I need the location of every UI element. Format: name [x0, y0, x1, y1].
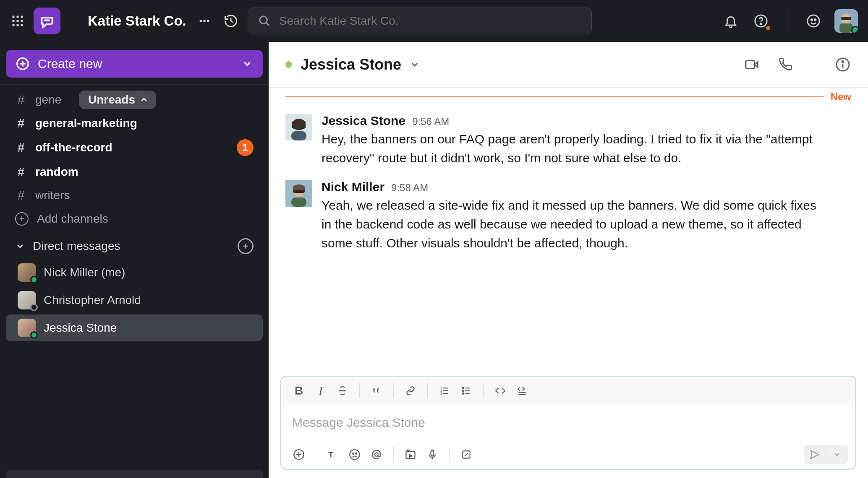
- add-dm-button[interactable]: [238, 238, 254, 254]
- search-box[interactable]: [248, 8, 592, 34]
- message-author[interactable]: Jessica Stone: [322, 114, 405, 128]
- svg-point-62: [353, 453, 354, 454]
- svg-rect-29: [746, 61, 755, 69]
- divider: [359, 383, 360, 398]
- phone-call-icon[interactable]: [777, 56, 794, 73]
- dm-row[interactable]: Nick Miller (me): [6, 259, 263, 286]
- svg-rect-8: [21, 24, 23, 26]
- message-author[interactable]: Nick Miller: [322, 180, 384, 194]
- dm-name: Christopher Arnold: [44, 294, 141, 307]
- svg-text:T: T: [333, 452, 337, 459]
- svg-point-63: [356, 453, 357, 454]
- compose-input[interactable]: [292, 416, 844, 430]
- svg-text:3: 3: [440, 392, 442, 395]
- add-channels-button[interactable]: + Add channels: [0, 207, 269, 231]
- svg-point-19: [815, 19, 816, 20]
- blockquote-button[interactable]: [366, 381, 387, 401]
- svg-marker-66: [410, 455, 412, 457]
- create-new-button[interactable]: Create new: [6, 50, 263, 78]
- format-toggle-button[interactable]: TT: [323, 444, 343, 465]
- chevron-down-icon: [242, 58, 253, 69]
- chat-header: Jessica Stone: [269, 42, 868, 88]
- mention-button[interactable]: [366, 444, 387, 465]
- channel-row[interactable]: # off-the-record 1: [0, 135, 269, 160]
- svg-text:T: T: [329, 450, 334, 459]
- avatar[interactable]: [285, 114, 312, 140]
- divider: [316, 447, 316, 462]
- emoji-button[interactable]: [345, 444, 365, 465]
- svg-rect-2: [21, 16, 23, 18]
- message: Nick Miller 9:58 AM Yeah, we released a …: [285, 176, 851, 261]
- code-button[interactable]: [490, 381, 510, 401]
- channel-name: general-marketing: [35, 117, 137, 130]
- divider: [0, 84, 269, 85]
- chevron-down-icon: [15, 241, 25, 251]
- video-clip-button[interactable]: [400, 444, 421, 465]
- search-input[interactable]: [279, 14, 581, 28]
- ordered-list-button[interactable]: 123: [434, 381, 455, 401]
- svg-point-12: [207, 20, 209, 22]
- divider: [449, 447, 450, 462]
- divider: [74, 9, 74, 33]
- svg-point-61: [350, 449, 359, 459]
- emoji-smile-icon[interactable]: [804, 12, 823, 30]
- channel-row[interactable]: # general-marketing: [0, 112, 269, 135]
- message-time: 9:56 AM: [412, 116, 449, 127]
- bold-button[interactable]: B: [289, 381, 309, 401]
- send-options-button[interactable]: [826, 445, 848, 464]
- send-button[interactable]: [804, 445, 826, 464]
- svg-point-10: [199, 20, 202, 22]
- code-block-button[interactable]: [512, 381, 532, 401]
- new-messages-divider: New: [269, 88, 868, 103]
- chat-title[interactable]: Jessica Stone: [301, 56, 401, 73]
- svg-line-14: [266, 23, 269, 26]
- create-new-label: Create new: [38, 57, 102, 71]
- history-icon[interactable]: [222, 13, 239, 29]
- avatar[interactable]: [285, 180, 312, 207]
- plus-circle-icon: +: [15, 212, 29, 226]
- more-menu-icon[interactable]: [195, 15, 214, 27]
- bullet-list-button[interactable]: [456, 381, 476, 401]
- video-call-icon[interactable]: [743, 56, 760, 73]
- apps-grid-icon[interactable]: [10, 13, 25, 29]
- new-label: New: [831, 91, 851, 103]
- hash-icon: #: [15, 165, 27, 179]
- attach-button[interactable]: [289, 444, 309, 465]
- svg-rect-23: [839, 23, 853, 33]
- dm-row[interactable]: Jessica Stone: [6, 314, 263, 341]
- shortcuts-button[interactable]: [456, 444, 476, 465]
- chat-title-menu[interactable]: [410, 60, 420, 70]
- svg-rect-5: [21, 20, 23, 22]
- info-icon[interactable]: [834, 56, 851, 73]
- message-text: Yeah, we released a site-wide fix and it…: [322, 196, 817, 252]
- svg-line-70: [465, 453, 468, 457]
- workspace-logo[interactable]: [34, 8, 60, 34]
- unreads-pill[interactable]: Unreads: [79, 91, 156, 109]
- message-list: Jessica Stone 9:56 AM Hey, the banners o…: [269, 103, 868, 376]
- svg-point-13: [260, 16, 267, 24]
- message: Jessica Stone 9:56 AM Hey, the banners o…: [285, 109, 851, 176]
- help-icon[interactable]: [752, 12, 770, 30]
- sidebar-overflow-hint: [6, 470, 263, 478]
- user-avatar[interactable]: [834, 9, 858, 33]
- workspace-name[interactable]: Katie Stark Co.: [88, 13, 186, 29]
- avatar: [18, 319, 36, 337]
- dm-section-header[interactable]: Direct messages: [0, 231, 269, 258]
- add-channels-label: Add channels: [37, 212, 108, 226]
- italic-button[interactable]: I: [311, 381, 331, 401]
- channel-row[interactable]: # random: [0, 160, 269, 184]
- channel-row[interactable]: # gene Unreads: [0, 88, 269, 112]
- svg-rect-6: [13, 24, 15, 26]
- sidebar: Create new # gene Unreads # general-mark…: [0, 42, 269, 478]
- unread-badge: 1: [237, 139, 254, 156]
- link-button[interactable]: [400, 381, 421, 401]
- presence-online-icon: [30, 331, 38, 339]
- svg-point-11: [203, 20, 206, 22]
- dm-row[interactable]: Christopher Arnold: [6, 287, 263, 314]
- notifications-icon[interactable]: [722, 12, 740, 30]
- svg-rect-22: [841, 17, 851, 20]
- strikethrough-button[interactable]: [332, 381, 353, 401]
- audio-clip-button[interactable]: [422, 444, 442, 465]
- presence-online-icon: [285, 61, 292, 68]
- channel-row[interactable]: # writers: [0, 184, 269, 207]
